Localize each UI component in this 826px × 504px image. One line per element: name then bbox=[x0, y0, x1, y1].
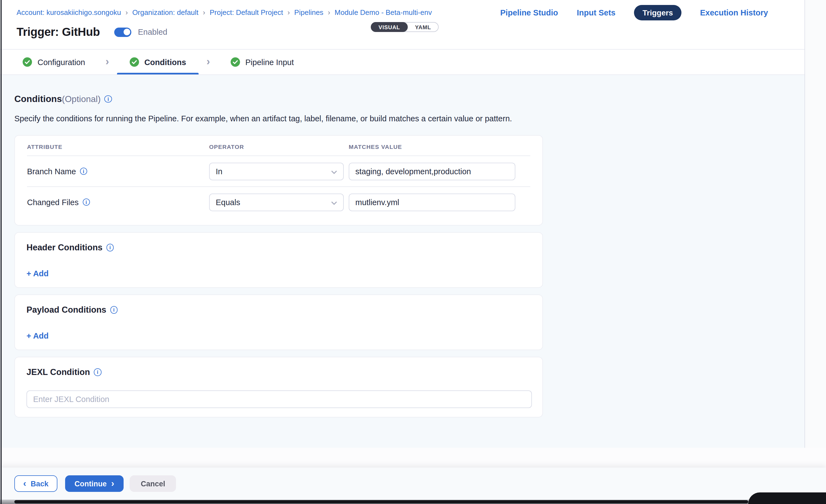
visual-yaml-toggle: VISUAL YAML bbox=[371, 22, 439, 32]
cancel-button[interactable]: Cancel bbox=[130, 475, 176, 492]
lower-spacer bbox=[0, 448, 826, 467]
changed-files-label: Changed Files bbox=[27, 198, 79, 206]
pipeline-top-nav: Pipeline Studio Input Sets Triggers Exec… bbox=[500, 0, 768, 25]
column-operator: OPERATOR bbox=[209, 143, 349, 150]
visual-toggle-button[interactable]: VISUAL bbox=[371, 22, 408, 32]
tab-configuration-label: Configuration bbox=[38, 58, 85, 66]
nav-input-sets[interactable]: Input Sets bbox=[577, 8, 615, 17]
chevron-right-icon: › bbox=[111, 478, 114, 488]
payload-conditions-title: Payload Conditions bbox=[26, 305, 106, 315]
breadcrumb-project[interactable]: Project: Default Project bbox=[210, 8, 283, 16]
operator-value: Equals bbox=[216, 198, 240, 206]
matches-value-input-branch-name[interactable] bbox=[349, 163, 515, 180]
column-attribute: ATTRIBUTE bbox=[27, 143, 209, 150]
conditions-description: Specify the conditions for running the P… bbox=[14, 114, 805, 123]
toggle-knob bbox=[123, 28, 130, 36]
page-header: Account: kurosakiichigo.songoku › Organi… bbox=[0, 0, 805, 49]
info-icon[interactable]: i bbox=[80, 168, 87, 175]
breadcrumb-account[interactable]: Account: kurosakiichigo.songoku bbox=[16, 8, 121, 16]
chevron-right-icon: › bbox=[199, 55, 218, 68]
jexl-condition-title: JEXL Condition bbox=[26, 367, 90, 377]
table-row-branch-name: Branch Name i In bbox=[27, 155, 530, 186]
chevron-right-icon: › bbox=[98, 55, 117, 68]
back-button-label: Back bbox=[31, 480, 49, 488]
window-corner bbox=[748, 492, 826, 504]
chevron-down-icon bbox=[331, 167, 337, 176]
nav-execution-history[interactable]: Execution History bbox=[700, 8, 768, 17]
add-header-condition-button[interactable]: + Add bbox=[26, 269, 49, 278]
table-row-changed-files: Changed Files i Equals bbox=[27, 186, 530, 217]
tab-conditions-label: Conditions bbox=[144, 58, 186, 66]
attribute-label: Branch Name i bbox=[27, 167, 209, 176]
payload-conditions-card: Payload Conditions i + Add bbox=[14, 295, 543, 350]
operator-value: In bbox=[216, 167, 222, 176]
cancel-button-label: Cancel bbox=[141, 480, 165, 488]
right-gutter bbox=[805, 0, 826, 448]
info-icon[interactable]: i bbox=[107, 244, 114, 251]
conditions-heading-row: Conditions (Optional) i bbox=[14, 94, 805, 104]
conditions-panel: Conditions (Optional) i Specify the cond… bbox=[0, 75, 805, 448]
column-matches-value: MATCHES VALUE bbox=[349, 143, 530, 150]
optional-suffix: (Optional) bbox=[62, 94, 101, 104]
wizard-steps: Configuration › Conditions › Pipeline In… bbox=[0, 50, 805, 74]
tab-pipeline-input[interactable]: Pipeline Input bbox=[218, 50, 306, 74]
continue-button-label: Continue bbox=[74, 480, 107, 488]
check-circle-icon bbox=[129, 57, 139, 67]
table-header-row: ATTRIBUTE OPERATOR MATCHES VALUE bbox=[27, 143, 530, 150]
conditions-table-card: ATTRIBUTE OPERATOR MATCHES VALUE Branch … bbox=[14, 135, 543, 226]
enabled-toggle[interactable] bbox=[114, 27, 131, 37]
conditions-heading: Conditions bbox=[14, 94, 62, 104]
yaml-toggle-button[interactable]: YAML bbox=[408, 22, 438, 32]
back-button[interactable]: ‹ Back bbox=[14, 475, 57, 492]
tab-configuration[interactable]: Configuration bbox=[10, 50, 98, 74]
jexl-condition-card: JEXL Condition i bbox=[14, 357, 543, 418]
enabled-label: Enabled bbox=[138, 27, 167, 37]
breadcrumb-pipeline-name[interactable]: Module Demo - Beta-multi-env bbox=[335, 8, 432, 16]
right-divider bbox=[805, 0, 805, 448]
info-icon[interactable]: i bbox=[105, 96, 112, 103]
nav-pipeline-studio[interactable]: Pipeline Studio bbox=[500, 8, 558, 17]
info-icon[interactable]: i bbox=[110, 306, 118, 314]
jexl-condition-input[interactable] bbox=[26, 390, 532, 408]
add-payload-condition-button[interactable]: + Add bbox=[26, 331, 49, 340]
wizard-footer: ‹ Back Continue › Cancel bbox=[0, 467, 826, 500]
attribute-label: Changed Files i bbox=[27, 198, 209, 206]
chevron-left-icon: ‹ bbox=[23, 478, 26, 488]
breadcrumb-organization[interactable]: Organization: default bbox=[132, 8, 198, 16]
header-conditions-card: Header Conditions i + Add bbox=[14, 232, 543, 288]
nav-triggers-active[interactable]: Triggers bbox=[634, 5, 682, 20]
title-row: Trigger: GitHub Enabled bbox=[16, 25, 167, 39]
page-title: Trigger: GitHub bbox=[16, 25, 100, 39]
breadcrumb-pipelines[interactable]: Pipelines bbox=[294, 8, 323, 16]
window-left-edge bbox=[1, 0, 2, 504]
breadcrumb: Account: kurosakiichigo.songoku › Organi… bbox=[16, 8, 432, 16]
continue-button[interactable]: Continue › bbox=[65, 475, 124, 492]
chevron-right-icon: › bbox=[283, 8, 294, 16]
window-bottom-bar bbox=[14, 500, 748, 503]
chevron-right-icon: › bbox=[323, 8, 335, 16]
header-conditions-title: Header Conditions bbox=[26, 243, 103, 253]
trigger-wizard-page: Account: kurosakiichigo.songoku › Organi… bbox=[0, 0, 826, 504]
operator-select-changed-files[interactable]: Equals bbox=[209, 193, 344, 211]
branch-name-label: Branch Name bbox=[27, 167, 76, 176]
check-circle-icon bbox=[230, 57, 240, 67]
tab-pipeline-input-label: Pipeline Input bbox=[245, 58, 294, 66]
matches-value-input-changed-files[interactable] bbox=[349, 193, 515, 211]
tab-conditions[interactable]: Conditions bbox=[117, 50, 199, 74]
operator-select-branch-name[interactable]: In bbox=[209, 163, 344, 180]
chevron-right-icon: › bbox=[121, 8, 132, 16]
chevron-right-icon: › bbox=[198, 8, 210, 16]
chevron-down-icon bbox=[331, 198, 337, 206]
info-icon[interactable]: i bbox=[94, 369, 101, 376]
info-icon[interactable]: i bbox=[82, 198, 90, 206]
check-circle-icon bbox=[22, 57, 32, 67]
